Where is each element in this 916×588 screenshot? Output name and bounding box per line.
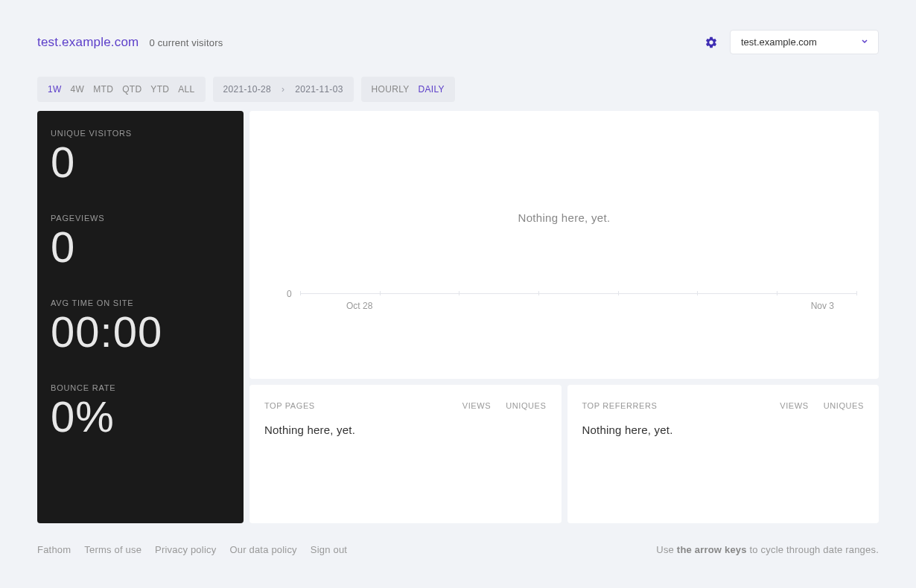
range-1w[interactable]: 1W <box>48 84 62 95</box>
metric-pageviews: PAGEVIEWS 0 <box>51 214 230 269</box>
chart-card: Nothing here, yet. 0 Oct 28 Nov 3 <box>249 111 879 379</box>
range-all[interactable]: ALL <box>178 84 194 95</box>
top-referrers-card: TOP REFERRERS VIEWS UNIQUES Nothing here… <box>567 385 880 523</box>
footer-link-signout[interactable]: Sign out <box>311 544 347 555</box>
chevron-down-icon <box>860 36 869 48</box>
footer-link-data-policy[interactable]: Our data policy <box>229 544 296 555</box>
range-mtd[interactable]: MTD <box>93 84 113 95</box>
col-views: VIEWS <box>462 401 491 410</box>
date-to: 2021-11-03 <box>295 84 343 95</box>
col-uniques: UNIQUES <box>824 401 864 410</box>
date-separator: › <box>282 84 284 95</box>
footer-link-fathom[interactable]: Fathom <box>37 544 71 555</box>
x-axis-start-label: Oct 28 <box>346 301 372 311</box>
metric-value: 0 <box>51 141 230 184</box>
col-uniques: UNIQUES <box>506 401 546 410</box>
range-4w[interactable]: 4W <box>71 84 85 95</box>
chart-empty-text: Nothing here, yet. <box>518 211 611 224</box>
y-axis-zero: 0 <box>287 289 292 299</box>
footer-tip: Use the arrow keys to cycle through date… <box>656 544 879 555</box>
footer-link-terms[interactable]: Terms of use <box>84 544 141 555</box>
metric-label: BOUNCE RATE <box>51 383 230 392</box>
metric-bounce-rate: BOUNCE RATE 0% <box>51 383 230 438</box>
x-axis-line <box>300 293 856 294</box>
date-range-picker[interactable]: 2021-10-28 › 2021-11-03 <box>213 77 354 102</box>
metric-label: AVG TIME ON SITE <box>51 298 230 307</box>
site-select-dropdown[interactable]: test.example.com <box>730 30 879 54</box>
metric-avg-time: AVG TIME ON SITE 00:00 <box>51 298 230 354</box>
range-ytd[interactable]: YTD <box>150 84 169 95</box>
top-referrers-empty: Nothing here, yet. <box>582 424 865 436</box>
metric-value: 0% <box>51 395 230 438</box>
metric-unique-visitors: UNIQUE VISITORS 0 <box>51 129 230 184</box>
site-title[interactable]: test.example.com <box>37 35 139 50</box>
metric-value: 00:00 <box>51 310 230 354</box>
footer-links: Fathom Terms of use Privacy policy Our d… <box>37 544 347 555</box>
current-visitors-label: 0 current visitors <box>149 37 223 48</box>
metric-value: 0 <box>51 226 230 269</box>
site-select-value: test.example.com <box>741 36 817 48</box>
metric-label: UNIQUE VISITORS <box>51 129 230 138</box>
top-pages-empty: Nothing here, yet. <box>264 424 547 436</box>
range-selector: 1W 4W MTD QTD YTD ALL <box>37 77 206 102</box>
metrics-sidebar: UNIQUE VISITORS 0 PAGEVIEWS 0 AVG TIME O… <box>37 111 244 523</box>
range-qtd[interactable]: QTD <box>122 84 141 95</box>
top-pages-title: TOP PAGES <box>264 401 315 410</box>
top-referrers-title: TOP REFERRERS <box>582 401 658 410</box>
x-axis-end-label: Nov 3 <box>811 301 834 311</box>
col-views: VIEWS <box>780 401 808 410</box>
gear-icon[interactable] <box>705 36 718 49</box>
top-pages-card: TOP PAGES VIEWS UNIQUES Nothing here, ye… <box>249 385 562 523</box>
date-from: 2021-10-28 <box>223 84 271 95</box>
granularity-selector: HOURLY DAILY <box>361 77 455 102</box>
granularity-daily[interactable]: DAILY <box>419 84 445 95</box>
granularity-hourly[interactable]: HOURLY <box>372 84 410 95</box>
footer-link-privacy[interactable]: Privacy policy <box>155 544 216 555</box>
metric-label: PAGEVIEWS <box>51 214 230 223</box>
